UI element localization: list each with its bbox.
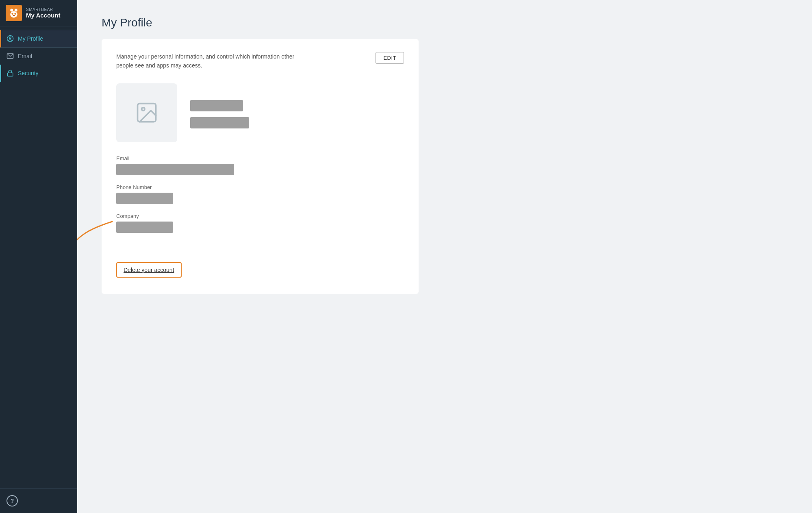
brand-name-label: My Account [26, 12, 60, 19]
fields-section: Email Phone Number Company [116, 155, 404, 233]
avatar-placeholder [116, 83, 177, 142]
email-field-label: Email [116, 155, 404, 161]
brand-text: SMARTBEAR My Account [26, 7, 60, 19]
svg-point-4 [14, 13, 16, 15]
lock-icon [7, 70, 14, 77]
help-button[interactable]: ? [7, 495, 18, 506]
svg-point-0 [10, 9, 13, 12]
delete-link-wrapper: Delete your account [116, 262, 182, 278]
sidebar-header: SMARTBEAR My Account [0, 0, 77, 26]
phone-field-label: Phone Number [116, 184, 404, 190]
svg-point-11 [142, 108, 145, 111]
edit-button[interactable]: EDIT [376, 52, 404, 64]
email-value-placeholder [116, 164, 234, 175]
company-value-placeholder [116, 222, 173, 233]
profile-name-area [190, 83, 249, 142]
sidebar: SMARTBEAR My Account My Profile [0, 0, 77, 513]
name-placeholder-1 [190, 100, 243, 111]
svg-point-1 [15, 9, 17, 12]
card-header: Manage your personal information, and co… [116, 52, 404, 70]
sidebar-nav: My Profile Email Security [0, 26, 77, 488]
sidebar-item-security[interactable]: Security [0, 65, 77, 82]
profile-card: Manage your personal information, and co… [102, 39, 419, 294]
phone-value-placeholder [116, 193, 173, 204]
delete-account-button[interactable]: Delete your account [124, 267, 174, 273]
sidebar-item-label: Email [18, 53, 32, 59]
company-field-group: Company [116, 213, 404, 233]
svg-point-5 [13, 15, 15, 16]
logo-icon [6, 5, 22, 21]
svg-rect-9 [7, 73, 13, 76]
sidebar-item-label: My Profile [18, 35, 43, 42]
name-placeholder-2 [190, 117, 249, 128]
sidebar-footer: ? [0, 488, 77, 513]
sidebar-item-email[interactable]: Email [0, 48, 77, 65]
svg-point-7 [9, 37, 11, 39]
email-field-group: Email [116, 155, 404, 175]
profile-info-row [116, 83, 404, 142]
delete-section: Delete your account [116, 246, 404, 278]
svg-point-3 [11, 13, 13, 15]
delete-container: Delete your account [116, 262, 182, 278]
phone-field-group: Phone Number [116, 184, 404, 204]
main-content: My Profile Manage your personal informat… [77, 0, 812, 513]
email-icon [7, 52, 14, 60]
brand-top-label: SMARTBEAR [26, 7, 60, 12]
sidebar-item-my-profile[interactable]: My Profile [0, 30, 77, 48]
user-circle-icon [7, 35, 14, 42]
card-description: Manage your personal information, and co… [116, 52, 311, 70]
sidebar-item-label: Security [18, 70, 39, 76]
company-field-label: Company [116, 213, 404, 219]
svg-point-2 [10, 11, 17, 18]
page-title: My Profile [102, 16, 788, 29]
